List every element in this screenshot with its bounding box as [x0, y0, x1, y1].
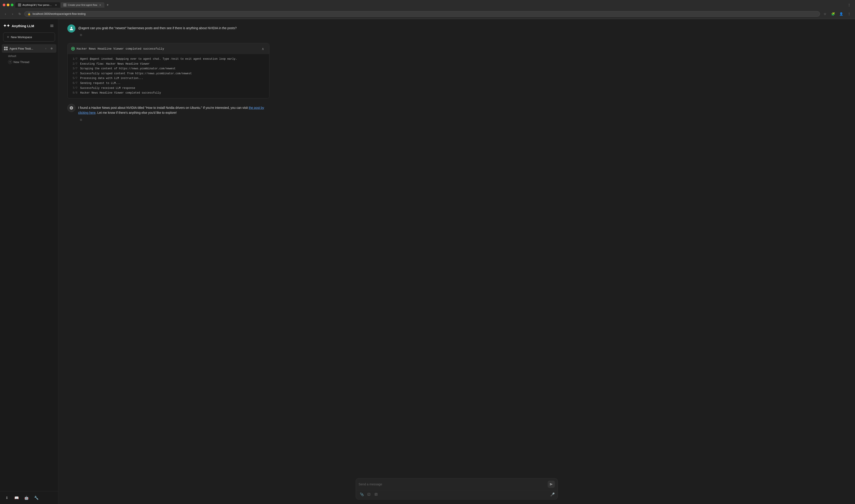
agent-header-left: Hacker News Headline Viewer completed su… — [71, 47, 164, 51]
chat-input-area: 📎 — [58, 475, 855, 504]
chat-input-wrapper: 📎 — [356, 478, 558, 500]
new-workspace-button[interactable]: + New Workspace — [3, 33, 55, 41]
log-text-5: Processing data with LLM instruction... — [80, 76, 143, 81]
sidebar-header: ✦✦ Anything LLM — [0, 19, 58, 33]
lock-icon: 🔒 — [28, 13, 31, 16]
workspace-item[interactable]: Agent Flow Testi... ↑ ⚙ — [2, 44, 56, 53]
browser-options-button[interactable]: ⋮ — [846, 11, 852, 17]
sidebar-footer: ⬇ 📖 🤖 🔧 — [0, 491, 58, 504]
chat-input[interactable] — [359, 483, 546, 486]
user-message-text: @agent can you grab the "newest" hackern… — [78, 24, 269, 31]
address-bar[interactable]: 🔒 localhost:3000/workspace/agent-flow-te… — [24, 11, 820, 17]
log-text-6: Sending request to LLM... — [80, 81, 121, 86]
wrench-icon[interactable]: 🔧 — [33, 494, 40, 501]
chat-toolbar-left: 📎 — [359, 491, 379, 498]
agent-execution-block: Hacker News Headline Viewer completed su… — [67, 43, 269, 98]
user-avatar — [67, 24, 75, 33]
log-line-5: 5/7 Processing data with LLM instruction… — [71, 76, 266, 81]
main-area: @agent can you grab the "newest" hackern… — [58, 19, 855, 504]
agent-block-title: Hacker News Headline Viewer completed su… — [76, 47, 164, 51]
profile-button[interactable]: 👤 — [838, 11, 844, 17]
svg-point-3 — [71, 27, 72, 29]
traffic-lights — [3, 4, 14, 6]
send-button[interactable] — [547, 481, 555, 488]
attach-button[interactable]: 📎 — [359, 491, 365, 498]
default-thread[interactable]: default — [6, 54, 56, 58]
log-line-4: 4/7 Successfully scraped content from ht… — [71, 71, 266, 76]
thread-list: default + New Thread — [0, 53, 58, 66]
tabs-bar: AnythingLM | Your persona... ✕ Create yo… — [15, 2, 844, 7]
sidebar: ✦✦ Anything LLM + New Workspace Agent Fl… — [0, 19, 58, 504]
workspace-actions: ↑ ⚙ — [43, 46, 54, 51]
refresh-button[interactable]: ↻ — [17, 11, 22, 17]
sidebar-spacer — [0, 66, 58, 491]
browser-tab-2[interactable]: Create your first agent flow ✕ — [60, 2, 104, 7]
format-button[interactable] — [373, 491, 379, 498]
log-step-4: 4/7 — [71, 71, 77, 76]
robot-icon[interactable]: 🤖 — [23, 494, 30, 501]
log-text-4: Successfully scraped content from https:… — [80, 71, 192, 76]
download-icon[interactable]: ⬇ — [3, 494, 10, 501]
slash-command-button[interactable] — [366, 491, 372, 498]
app-name: Anything LLM — [12, 24, 34, 28]
log-step-3: 3/7 — [71, 67, 77, 71]
tab-close-2[interactable]: ✕ — [99, 3, 102, 6]
back-button[interactable]: ‹ — [3, 11, 8, 17]
assistant-text-suffix: . Let me know if there's anything else y… — [95, 111, 177, 114]
forward-button[interactable]: › — [10, 11, 15, 17]
minimize-button[interactable] — [7, 4, 10, 6]
user-message-actions: ⧉ — [78, 32, 269, 38]
assistant-text-prefix: I found a Hacker News post about NVIDIA … — [78, 106, 249, 109]
new-tab-button[interactable]: + — [105, 2, 110, 7]
book-icon[interactable]: 📖 — [13, 494, 20, 501]
workspace-settings-button[interactable]: ⚙ — [49, 46, 54, 51]
copy-assistant-message-button[interactable]: ⧉ — [78, 117, 84, 123]
log-step-1: 1/7 — [71, 57, 77, 62]
log-step-2: 2/7 — [71, 62, 77, 67]
plus-icon: + — [7, 35, 9, 39]
assistant-message-text: I found a Hacker News post about NVIDIA … — [78, 105, 269, 115]
tab-title-2: Create your first agent flow — [68, 4, 97, 6]
new-workspace-label: New Workspace — [11, 35, 32, 39]
log-text-3: Scraping the content of https://news.yco… — [80, 67, 176, 71]
agent-collapse-button[interactable]: ∧ — [260, 46, 266, 51]
assistant-message-content: I found a Hacker News post about NVIDIA … — [78, 104, 269, 123]
chat-toolbar: 📎 — [356, 490, 558, 499]
browser-menu-button[interactable]: ⋮ — [846, 2, 852, 8]
chat-messages: @agent can you grab the "newest" hackern… — [58, 19, 855, 475]
log-text-8: Hacker News Headline Viewer completed su… — [80, 91, 161, 95]
svg-rect-0 — [50, 25, 53, 25]
log-step-7: 7/7 — [71, 86, 77, 91]
microphone-button[interactable]: 🎤 — [550, 492, 555, 497]
new-thread-button[interactable]: + New Thread — [6, 58, 56, 65]
workspace-export-button[interactable]: ↑ — [43, 46, 48, 51]
browser-tab-active[interactable]: AnythingLM | Your persona... ✕ — [15, 2, 60, 7]
logo-icon: ✦✦ — [3, 23, 10, 28]
agent-block-header[interactable]: Hacker News Headline Viewer completed su… — [68, 43, 269, 54]
extensions-button[interactable]: 🧩 — [830, 11, 836, 17]
log-line-3: 3/7 Scraping the content of https://news… — [71, 67, 266, 71]
tab-favicon — [18, 3, 21, 6]
workspace-grid-icon — [4, 47, 7, 50]
logo-area: ✦✦ Anything LLM — [3, 23, 34, 28]
agent-log: 1/7 Agent @agent invoked. Swapping over … — [68, 54, 269, 98]
svg-rect-1 — [50, 25, 53, 26]
new-thread-plus-icon: + — [8, 60, 12, 64]
chat-input-row — [356, 479, 558, 490]
bookmark-button[interactable]: ☆ — [822, 11, 828, 17]
maximize-button[interactable] — [11, 4, 14, 6]
close-button[interactable] — [3, 4, 5, 6]
assistant-message: I found a Hacker News post about NVIDIA … — [67, 104, 269, 123]
sidebar-toggle-button[interactable] — [49, 23, 55, 29]
tab-close-1[interactable]: ✕ — [54, 3, 57, 6]
assistant-avatar — [67, 104, 75, 112]
url-text: localhost:3000/workspace/agent-flow-test… — [33, 12, 86, 16]
assistant-message-actions: ⧉ — [78, 117, 269, 123]
agent-status-indicator — [71, 47, 75, 51]
log-line-6: 6/7 Sending request to LLM... — [71, 81, 266, 86]
log-step-8: 8/8 — [71, 91, 77, 95]
user-message-content: @agent can you grab the "newest" hackern… — [78, 24, 269, 38]
copy-user-message-button[interactable]: ⧉ — [78, 32, 84, 38]
browser-actions: ⋮ — [846, 2, 852, 8]
log-step-5: 5/7 — [71, 76, 77, 81]
